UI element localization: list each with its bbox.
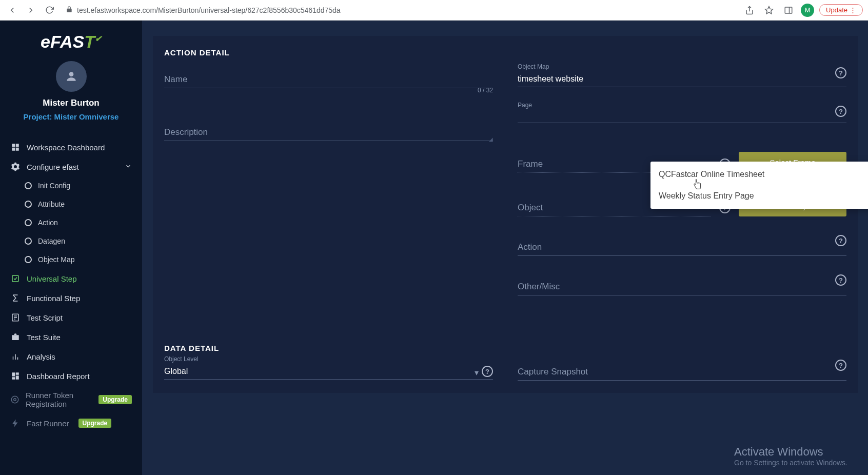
briefcase-icon (10, 332, 21, 342)
page-select[interactable] (518, 110, 846, 123)
watermark-subtitle: Go to Settings to activate Windows. (734, 459, 847, 467)
object-level-field: Object Level Global ▾ ? (164, 364, 493, 380)
summation-icon (10, 293, 21, 303)
gear-icon (10, 162, 21, 171)
profile-block: Mister Burton Project: Mister Omniverse (0, 54, 142, 126)
forward-button[interactable] (24, 3, 38, 17)
help-icon[interactable]: ? (835, 235, 846, 246)
logo: eFAST✔ (0, 27, 142, 54)
user-avatar-icon[interactable] (56, 61, 87, 92)
dropdown-option-qcfastcar[interactable]: QCFastcar Online Timesheet (650, 164, 868, 185)
section-title-data: DATA DETAIL (164, 344, 846, 352)
token-icon (10, 395, 19, 404)
name-counter: 0 / 32 (478, 87, 493, 94)
back-button[interactable] (5, 3, 19, 17)
lock-icon (66, 6, 73, 15)
sidebar-item-universal-step[interactable]: Universal Step (0, 269, 142, 288)
update-label: Update (826, 6, 847, 14)
sidebar-label: Runner Token Registration (26, 391, 89, 408)
other-misc-label[interactable]: Other/Misc (518, 279, 846, 295)
page-label: Page (518, 102, 532, 109)
sidebar-label: Test Script (27, 313, 63, 322)
svg-point-22 (11, 396, 18, 403)
resize-handle-icon[interactable]: ◢ (489, 136, 493, 142)
panel-icon[interactable] (781, 3, 796, 17)
sidebar-label: Workspace Dashboard (27, 143, 105, 152)
sidebar-item-action[interactable]: Action (0, 213, 142, 232)
browser-toolbar: test.efastworkspace.com/MisterBurton/uni… (0, 0, 868, 21)
object-level-select[interactable]: Global (164, 364, 493, 380)
object-map-field: Object Map ? (518, 71, 846, 87)
windows-watermark: Activate Windows Go to Settings to activ… (734, 445, 847, 467)
svg-rect-20 (16, 375, 19, 380)
sidebar-item-test-script[interactable]: Test Script (0, 308, 142, 327)
sidebar-item-object-map[interactable]: Object Map (0, 250, 142, 269)
logo-part1: eFAS (41, 32, 84, 51)
sidebar-item-runner-token[interactable]: Runner Token Registration Upgrade (0, 386, 142, 413)
chevron-down-icon (125, 163, 132, 171)
object-map-label: Object Map (518, 63, 549, 70)
sidebar-label: Action (38, 219, 58, 227)
dashboard-icon (10, 143, 21, 152)
caret-down-icon: ▾ (475, 368, 479, 378)
sidebar-label: Functional Step (27, 294, 80, 303)
svg-rect-21 (12, 377, 15, 380)
sidebar-item-init-config[interactable]: Init Config (0, 176, 142, 195)
radio-icon (25, 219, 32, 226)
sidebar-item-workspace-dashboard[interactable]: Workspace Dashboard (0, 137, 142, 157)
action-detail-panel: ACTION DETAIL Name 0 / 32 Description ◢ (153, 36, 858, 393)
upgrade-badge[interactable]: Upgrade (78, 419, 112, 428)
description-label[interactable]: Description (164, 124, 493, 141)
upgrade-badge[interactable]: Upgrade (98, 395, 132, 404)
name-label[interactable]: Name (164, 71, 493, 88)
svg-rect-2 (785, 7, 792, 13)
help-icon[interactable]: ? (482, 366, 493, 377)
description-field: Description ◢ (164, 124, 493, 141)
object-level-label: Object Level (164, 355, 199, 363)
svg-rect-18 (12, 372, 15, 377)
page-dropdown-menu: QCFastcar Online Timesheet Weekly Status… (650, 162, 868, 209)
sidebar-label: Test Suite (27, 333, 61, 342)
app-root: eFAST✔ Mister Burton Project: Mister Omn… (0, 21, 868, 475)
url-text: test.efastworkspace.com/MisterBurton/uni… (77, 6, 341, 14)
svg-marker-1 (765, 6, 773, 13)
sidebar-label: Configure efast (27, 163, 79, 171)
action-label[interactable]: Action (518, 239, 846, 256)
share-icon[interactable] (742, 3, 757, 17)
help-icon[interactable]: ? (835, 106, 846, 117)
address-bar[interactable]: test.efastworkspace.com/MisterBurton/uni… (61, 3, 738, 18)
reload-button[interactable] (42, 3, 56, 17)
sidebar-label: Universal Step (27, 274, 77, 283)
sidebar-label: Datagen (38, 237, 65, 245)
profile-avatar-chrome[interactable]: M (801, 4, 814, 17)
sidebar-item-functional-step[interactable]: Functional Step (0, 288, 142, 308)
sidebar: eFAST✔ Mister Burton Project: Mister Omn… (0, 21, 143, 475)
capture-snapshot-label[interactable]: Capture Snapshot (518, 364, 846, 381)
script-icon (10, 313, 21, 322)
dropdown-option-weekly-status[interactable]: Weekly Status Entry Page (650, 185, 868, 207)
help-icon[interactable]: ? (835, 274, 846, 286)
step-icon (10, 274, 21, 283)
sidebar-item-attribute[interactable]: Attribute (0, 195, 142, 213)
action-field: Action ? (518, 239, 846, 256)
object-map-input[interactable] (518, 71, 846, 87)
svg-point-4 (69, 72, 73, 76)
update-button[interactable]: Update ⋮ (819, 4, 863, 16)
sidebar-item-fast-runner[interactable]: Fast Runner Upgrade (0, 413, 142, 433)
radio-icon (25, 182, 32, 189)
sidebar-item-dashboard-report[interactable]: Dashboard Report (0, 366, 142, 386)
sidebar-item-configure[interactable]: Configure efast (0, 157, 142, 176)
logo-accent-icon: ✔ (95, 34, 102, 43)
project-name[interactable]: Project: Mister Omniverse (0, 112, 142, 121)
bolt-icon (10, 419, 21, 428)
sidebar-item-test-suite[interactable]: Test Suite (0, 327, 142, 347)
sidebar-label: Analysis (27, 352, 55, 361)
sidebar-item-analysis[interactable]: Analysis (0, 347, 142, 366)
sidebar-label: Attribute (38, 200, 65, 208)
help-icon[interactable]: ? (835, 67, 846, 78)
radio-icon (25, 201, 32, 208)
star-icon[interactable] (762, 3, 776, 17)
svg-point-23 (14, 399, 16, 401)
help-icon[interactable]: ? (835, 360, 846, 371)
sidebar-item-datagen[interactable]: Datagen (0, 232, 142, 250)
